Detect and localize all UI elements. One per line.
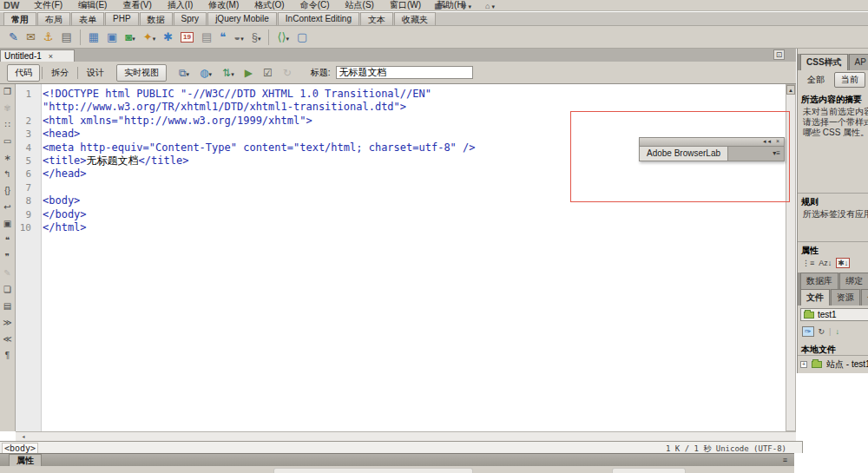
live-view-button[interactable]: 实时视图 (116, 64, 167, 82)
extensions-icon[interactable]: ❋▾ (460, 1, 471, 10)
comment-icon[interactable]: ❝ (220, 31, 226, 43)
table-icon[interactable]: ▦ (89, 31, 99, 43)
hyperlink-icon[interactable]: ✎ (9, 31, 18, 43)
email-link-icon[interactable]: ✉ (26, 31, 36, 43)
menu-format[interactable]: 格式(O) (247, 0, 292, 11)
date-icon[interactable]: 19 (181, 32, 194, 43)
tab-bindings[interactable]: 绑定 (839, 273, 868, 289)
menu-commands[interactable]: 命令(C) (293, 0, 338, 11)
syntax-error-alerts-icon[interactable]: ▣ (3, 220, 11, 228)
balance-braces-icon[interactable]: {} (4, 187, 10, 195)
tab-databases[interactable]: 数据库 (800, 273, 838, 289)
menu-file[interactable]: 文件(F) (26, 0, 70, 11)
show-set-properties-icon[interactable]: ✱↓ (836, 258, 850, 268)
tree-expand-icon[interactable]: + (800, 361, 807, 368)
browserlab-panel[interactable]: ◂◂ × Adobe BrowserLab ▾≡ (639, 137, 785, 161)
apply-comment-icon[interactable]: ❝ (5, 236, 10, 245)
scroll-left-icon[interactable]: ◂ (19, 433, 28, 441)
connect-icon[interactable]: ✑ (802, 326, 814, 337)
collapse-full-tag-icon[interactable]: ∷ (4, 121, 10, 129)
indent-icon[interactable]: ≫ (3, 319, 11, 327)
horizontal-rule-icon[interactable]: ▤ (61, 31, 71, 43)
named-anchor-icon[interactable]: ⚓ (43, 31, 54, 43)
tab-favorites[interactable]: 收藏夹 (394, 12, 436, 25)
design-view-button[interactable]: 设计 (80, 65, 111, 81)
preview-pane-icon[interactable]: ▢ (297, 31, 307, 43)
check-browser-compat-icon[interactable]: ☑ (263, 67, 273, 79)
site-root-label: 站点 - test1 (826, 358, 868, 371)
tab-layout[interactable]: 布局 (37, 12, 70, 25)
open-documents-icon[interactable]: ❐ (3, 88, 11, 96)
panel-collapse-icon[interactable]: ⊡ (773, 49, 785, 60)
tab-jquery-mobile[interactable]: jQuery Mobile (207, 12, 277, 25)
collapse-selection-icon[interactable]: ▭ (3, 137, 11, 146)
site-menu-icon[interactable]: ⌂▾ (485, 1, 495, 10)
server-include-icon[interactable]: ▤ (201, 31, 212, 43)
tab-spry[interactable]: Spry (174, 12, 207, 25)
tab-common[interactable]: 常用 (3, 12, 36, 25)
close-icon[interactable]: × (49, 52, 53, 61)
menu-insert[interactable]: 插入(I) (160, 0, 201, 11)
media-icon[interactable]: ✦▾ (143, 31, 155, 43)
split-view-button[interactable]: 拆分 (44, 65, 76, 81)
menu-view[interactable]: 查看(V) (115, 0, 159, 11)
show-category-view-icon[interactable]: ⋮≡ (802, 259, 814, 267)
menu-site[interactable]: 站点(S) (338, 0, 382, 11)
tab-css-styles[interactable]: CSS样式 (800, 54, 848, 70)
browserlab-titlebar[interactable]: ◂◂ × (639, 137, 785, 147)
panel-menu-icon[interactable]: ▾≡ (773, 147, 780, 161)
multiscreen-icon[interactable]: ⧉▾ (179, 67, 189, 79)
live-code-icon[interactable]: ▶ (245, 67, 253, 79)
get-files-icon[interactable]: ↓ (835, 327, 839, 336)
tab-incontext-editing[interactable]: InContext Editing (278, 12, 359, 25)
properties-tab[interactable]: 属性 (9, 454, 42, 466)
site-dropdown[interactable]: test1 (800, 308, 868, 321)
file-management-icon[interactable]: ⇅▾ (222, 67, 234, 79)
tab-snippets[interactable]: 代码片断 (861, 289, 868, 305)
line-wrap-icon[interactable]: ↩ (3, 203, 10, 212)
tab-forms[interactable]: 表单 (71, 12, 104, 25)
collapse-to-icons-icon[interactable]: ◂◂ (763, 138, 773, 144)
move-css-icon[interactable]: ▤ (3, 302, 11, 311)
select-parent-tag-icon[interactable]: ↰ (3, 170, 10, 179)
tab-text[interactable]: 文本 (360, 12, 393, 25)
insert-div-icon[interactable]: ▣ (107, 31, 117, 43)
horizontal-scrollbar[interactable]: ◂ (16, 431, 796, 441)
head-icon[interactable]: ◒▾ (233, 31, 243, 43)
workspace-layout-icon[interactable]: ▦▾ (434, 1, 446, 10)
tab-php[interactable]: PHP (105, 12, 139, 25)
format-source-icon[interactable]: ¶ (5, 351, 10, 360)
code-editor[interactable]: 1<!DOCTYPE html PUBLIC "-//W3C//DTD XHTM… (16, 84, 786, 431)
panel-menu-icon[interactable]: ≡ (783, 456, 787, 464)
site-tree-row[interactable]: + 站点 - test1 (800, 358, 868, 371)
menu-window[interactable]: 窗口(W) (382, 0, 429, 11)
css-current-button[interactable]: 当前 (834, 72, 865, 88)
close-icon[interactable]: × (776, 138, 781, 144)
expand-all-icon[interactable]: ∗ (3, 154, 10, 162)
menu-modify[interactable]: 修改(M) (201, 0, 247, 11)
menu-edit[interactable]: 编辑(E) (70, 0, 115, 11)
tab-ap-elements[interactable]: AP 元素 (849, 54, 868, 70)
vertical-scrollbar[interactable]: ▲ (786, 84, 796, 431)
tab-files[interactable]: 文件 (800, 289, 830, 305)
code-view-button[interactable]: 代码 (7, 64, 40, 82)
scroll-up-icon[interactable]: ▲ (786, 85, 795, 95)
tab-data[interactable]: 数据 (140, 12, 173, 25)
remove-comment-icon[interactable]: ❞ (5, 253, 10, 261)
code-line: 9</body> (16, 208, 786, 221)
document-title-input[interactable] (336, 66, 473, 79)
show-list-view-icon[interactable]: Az↓ (819, 259, 832, 267)
tab-assets[interactable]: 资源 (831, 289, 860, 305)
refresh-icon[interactable]: ↻ (819, 327, 825, 336)
browserlab-tab[interactable]: Adobe BrowserLab (640, 147, 728, 161)
preview-in-browser-icon[interactable]: ◍▾ (200, 67, 212, 79)
recent-snippets-icon[interactable]: ❏ (3, 286, 11, 294)
outdent-icon[interactable]: ≪ (3, 335, 11, 344)
css-all-button[interactable]: 全部 (801, 73, 831, 87)
script-icon[interactable]: §▾ (252, 31, 261, 43)
widget-icon[interactable]: ✱ (163, 31, 173, 43)
document-tab[interactable]: Untitled-1 × (0, 49, 75, 62)
rules-section-title: 规则 (801, 196, 819, 208)
tag-chooser-icon[interactable]: ⟨⟩▾ (277, 31, 289, 43)
images-icon[interactable]: ◙▾ (125, 31, 135, 43)
